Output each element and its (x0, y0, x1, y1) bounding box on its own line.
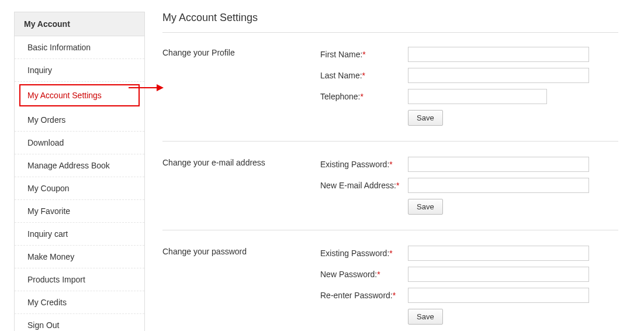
sidebar-item-download[interactable]: Download (15, 132, 144, 154)
row-last-name: Last Name:* (320, 68, 618, 83)
row-telephone: Telephone:* (320, 89, 618, 104)
required-marker: * (361, 92, 363, 101)
page-title: My Account Settings (162, 12, 618, 24)
sidebar-item-my-favorite[interactable]: My Favorite (15, 200, 144, 223)
section-title-password: Change your password (162, 246, 320, 328)
required-marker: * (396, 181, 399, 190)
section-profile: Change your Profile First Name:* Last Na… (162, 47, 618, 129)
row-save-password: Save (320, 309, 618, 325)
section-email: Change your e-mail address Existing Pass… (162, 157, 618, 218)
divider (162, 230, 618, 230)
label-telephone: Telephone:* (320, 92, 408, 101)
label-new-password: New Password:* (320, 270, 408, 279)
label-existing-password: Existing Password:* (320, 160, 408, 169)
new-email-field[interactable] (408, 178, 589, 193)
row-first-name: First Name:* (320, 47, 618, 62)
divider (162, 141, 618, 142)
row-save-email: Save (320, 199, 618, 215)
form-password: Existing Password:* New Password:* Re-en… (320, 246, 618, 328)
sidebar-item-my-account-settings[interactable]: My Account Settings (19, 84, 140, 106)
existing-password-field-2[interactable] (408, 246, 589, 261)
label-reenter-password: Re-enter Password:* (320, 291, 408, 300)
new-password-field[interactable] (408, 267, 589, 282)
save-password-button[interactable]: Save (408, 309, 443, 325)
sidebar-item-basic-information[interactable]: Basic Information (15, 36, 144, 59)
row-existing-password: Existing Password:* (320, 246, 618, 261)
sidebar-item-make-money[interactable]: Make Money (15, 246, 144, 268)
first-name-field[interactable] (408, 47, 589, 62)
required-marker: * (362, 71, 365, 80)
save-profile-button[interactable]: Save (408, 110, 443, 126)
sidebar-item-sign-out[interactable]: Sign Out (15, 314, 144, 331)
section-password: Change your password Existing Password:*… (162, 246, 618, 328)
required-marker: * (362, 50, 365, 59)
sidebar-item-manage-address-book[interactable]: Manage Address Book (15, 154, 144, 177)
form-email: Existing Password:* New E-mail Address:*… (320, 157, 618, 218)
sidebar-item-my-orders[interactable]: My Orders (15, 109, 144, 132)
required-marker: * (393, 291, 396, 300)
save-email-button[interactable]: Save (408, 199, 443, 215)
telephone-field[interactable] (408, 89, 547, 104)
sidebar-item-inquiry[interactable]: Inquiry (15, 59, 144, 82)
required-marker: * (389, 249, 392, 258)
row-new-email: New E-mail Address:* (320, 178, 618, 193)
label-new-email: New E-mail Address:* (320, 181, 408, 190)
last-name-field[interactable] (408, 68, 589, 83)
sidebar-item-my-coupon[interactable]: My Coupon (15, 177, 144, 200)
required-marker: * (389, 160, 392, 169)
row-new-password: New Password:* (320, 267, 618, 282)
required-marker: * (377, 270, 380, 279)
form-profile: First Name:* Last Name:* Telephone:* Sav… (320, 47, 618, 129)
section-title-email: Change your e-mail address (162, 157, 320, 218)
label-existing-password: Existing Password:* (320, 249, 408, 258)
row-reenter-password: Re-enter Password:* (320, 288, 618, 303)
sidebar: My Account Basic Information Inquiry My … (14, 12, 145, 331)
sidebar-header: My Account (15, 12, 144, 36)
label-last-name: Last Name:* (320, 71, 408, 80)
label-first-name: First Name:* (320, 50, 408, 59)
page-container: My Account Basic Information Inquiry My … (0, 0, 644, 331)
existing-password-field[interactable] (408, 157, 589, 172)
sidebar-item-my-credits[interactable]: My Credits (15, 291, 144, 314)
row-save-profile: Save (320, 110, 618, 126)
row-existing-password-email: Existing Password:* (320, 157, 618, 172)
main-content: My Account Settings Change your Profile … (162, 12, 630, 331)
divider (162, 32, 618, 33)
sidebar-item-products-import[interactable]: Products Import (15, 268, 144, 291)
reenter-password-field[interactable] (408, 288, 589, 303)
section-title-profile: Change your Profile (162, 47, 320, 129)
sidebar-item-inquiry-cart[interactable]: Inquiry cart (15, 223, 144, 246)
